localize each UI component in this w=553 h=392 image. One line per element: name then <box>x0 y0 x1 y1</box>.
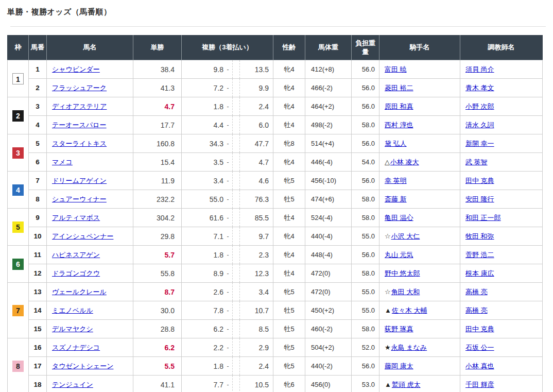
jockey-cell: 斎藤 新 <box>379 190 460 209</box>
trainer-link[interactable]: 和田 正一郎 <box>465 214 501 221</box>
jockey-link[interactable]: 原田 和真 <box>385 103 413 110</box>
trainer-link[interactable]: 安田 隆行 <box>465 195 494 203</box>
trainer-link[interactable]: 新開 幸一 <box>465 140 494 147</box>
jockey-link[interactable]: 藤岡 康太 <box>385 362 413 370</box>
frame-cell: 4 <box>8 172 29 209</box>
win-odds: 29.8 <box>133 227 182 246</box>
place-odds-high: 2.3 <box>240 251 273 259</box>
horse-name-link[interactable]: タウゼントシェーン <box>52 362 113 370</box>
trainer-link[interactable]: 根本 康広 <box>465 269 494 277</box>
horse-name-cell: ミエノベルル <box>47 301 133 320</box>
place-odds-divider <box>232 227 240 245</box>
trainer-link[interactable]: 高橋 亮 <box>465 306 488 314</box>
jockey-link[interactable]: 黛 弘人 <box>385 140 407 147</box>
load-weight: 58.0 <box>352 209 379 227</box>
frame-cell: 6 <box>8 246 29 283</box>
place-odds: 7.2-9.9 <box>182 79 273 97</box>
jockey-link[interactable]: 小沢 大仁 <box>391 232 420 240</box>
horse-number: 4 <box>29 116 47 134</box>
trainer-link[interactable]: 田中 克典 <box>465 177 494 184</box>
horse-weight: 464(+2) <box>305 97 352 116</box>
place-odds-low: 1.8 <box>182 251 223 259</box>
horse-name-cell: マメコ <box>47 153 133 172</box>
trainer-link[interactable]: 小野 次郎 <box>465 103 494 110</box>
horse-weight: 472(0) <box>305 283 352 301</box>
jockey-link[interactable]: 西村 淳也 <box>385 121 413 129</box>
place-odds-high: 4.6 <box>240 177 273 185</box>
jockey-cell: 幸 英明 <box>379 172 460 190</box>
jockey-cell: 原田 和真 <box>379 97 460 116</box>
table-body: 11シャウビンダー38.49.8-13.5牝4412(+8)56.0富田 暁須貝… <box>8 60 543 392</box>
place-odds: 1.8-2.4 <box>182 97 273 115</box>
horse-name-link[interactable]: フラッシュアーク <box>52 84 107 92</box>
sex-age: 牡4 <box>273 209 305 227</box>
horse-name-link[interactable]: テンジュイン <box>52 381 93 388</box>
jockey-cell: ▲佐々木 大輔 <box>379 301 460 320</box>
horse-number: 9 <box>29 209 47 227</box>
horse-weight: 524(-4) <box>305 209 352 227</box>
place-odds: 55.0-76.3 <box>182 190 273 208</box>
win-odds: 15.4 <box>133 153 182 172</box>
jockey-link[interactable]: 亀田 温心 <box>385 214 413 221</box>
trainer-link[interactable]: 青木 孝文 <box>465 84 494 92</box>
jockey-link[interactable]: 荻野 琢真 <box>385 325 413 333</box>
trainer-link[interactable]: 高橋 亮 <box>465 288 488 296</box>
horse-name-link[interactable]: テーオースパロー <box>52 121 107 129</box>
trainer-cell: 武 英智 <box>460 153 543 172</box>
horse-name-link[interactable]: ディオアステリア <box>52 103 107 110</box>
horse-name-link[interactable]: ドラゴンゴクウ <box>52 269 100 277</box>
jockey-link[interactable]: 角田 大和 <box>391 288 420 296</box>
place-odds-high: 2.9 <box>240 344 273 352</box>
horse-name-link[interactable]: スズノナデシコ <box>52 344 100 351</box>
jockey-link[interactable]: 野中 悠太郎 <box>385 269 420 277</box>
trainer-link[interactable]: 千田 輝彦 <box>465 381 494 388</box>
jockey-link[interactable]: 永島 まなみ <box>391 344 427 351</box>
trainer-cell: 根本 康広 <box>460 264 543 283</box>
jockey-cell: △小林 凌大 <box>379 153 460 172</box>
trainer-link[interactable]: 清水 久詞 <box>465 121 494 129</box>
frame-badge: 3 <box>12 147 24 159</box>
horse-name-link[interactable]: デルマヤクシ <box>52 325 93 333</box>
horse-number: 3 <box>29 97 47 116</box>
win-odds: 17.7 <box>133 116 182 134</box>
jockey-link[interactable]: 菱田 裕二 <box>385 84 413 92</box>
horse-weight: 448(-4) <box>305 246 352 264</box>
horse-name-link[interactable]: アルティマボス <box>52 214 100 221</box>
horse-name-link[interactable]: スターライトキス <box>52 140 107 147</box>
jockey-link[interactable]: 幸 英明 <box>385 177 407 184</box>
horse-name-link[interactable]: ドリームアゲイン <box>52 177 107 184</box>
trainer-link[interactable]: 田中 克典 <box>465 325 494 333</box>
horse-name-link[interactable]: マメコ <box>52 158 73 166</box>
trainer-link[interactable]: 牧田 和弥 <box>465 232 494 240</box>
table-row: 10アインシュペンナー29.87.1-9.7牝4440(-4)55.0☆小沢 大… <box>8 227 543 246</box>
jockey-cell: 荻野 琢真 <box>379 320 460 338</box>
jockey-link[interactable]: 鷲頭 虎太 <box>392 381 421 388</box>
trainer-link[interactable]: 武 英智 <box>465 158 488 166</box>
horse-name-link[interactable]: ヴェールクレール <box>52 288 107 296</box>
trainer-link[interactable]: 須貝 尚介 <box>465 65 494 73</box>
horse-name-link[interactable]: ミエノベルル <box>52 306 93 314</box>
place-odds-high: 76.3 <box>240 195 273 203</box>
jockey-link[interactable]: 富田 暁 <box>385 65 407 73</box>
place-odds-separator: - <box>223 140 232 147</box>
load-weight: 56.0 <box>352 246 379 264</box>
horse-name-link[interactable]: シュアーウィナー <box>52 195 107 203</box>
place-odds-high: 10.5 <box>240 381 273 389</box>
jockey-link[interactable]: 佐々木 大輔 <box>392 306 427 314</box>
trainer-link[interactable]: 石坂 公一 <box>465 344 494 351</box>
jockey-link[interactable]: 小林 凌大 <box>390 158 419 166</box>
horse-name-link[interactable]: アインシュペンナー <box>52 232 113 240</box>
jockey-cell: ★永島 まなみ <box>379 338 460 357</box>
horse-number: 2 <box>29 79 47 97</box>
load-weight: 56.0 <box>352 357 379 376</box>
place-odds-cell: 3.5-4.7 <box>182 153 273 172</box>
horse-name-link[interactable]: シャウビンダー <box>52 65 100 73</box>
jockey-link[interactable]: 丸山 元気 <box>385 251 413 259</box>
trainer-link[interactable]: 小林 真也 <box>465 362 494 370</box>
trainer-link[interactable]: 萱野 浩二 <box>465 251 494 259</box>
jockey-link[interactable]: 斎藤 新 <box>385 195 407 203</box>
horse-weight: 474(+6) <box>305 190 352 209</box>
horse-number: 18 <box>29 376 47 392</box>
place-odds-separator: - <box>223 122 232 129</box>
horse-name-link[interactable]: ハピネスアゲン <box>52 251 100 259</box>
